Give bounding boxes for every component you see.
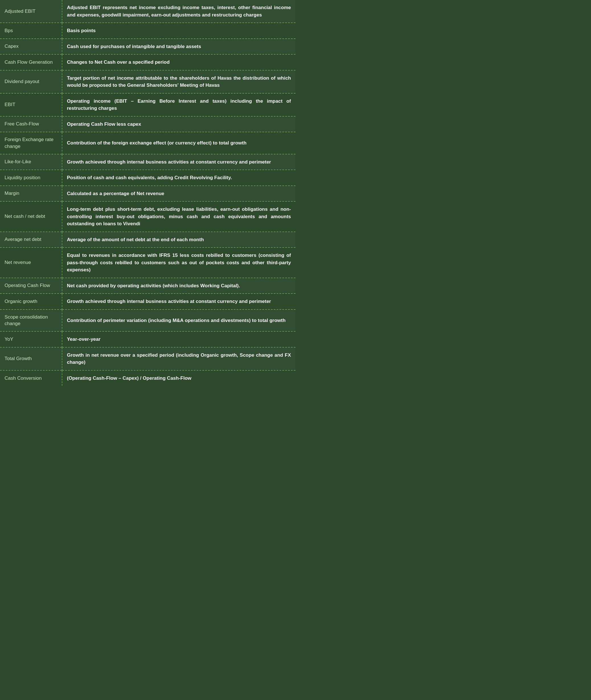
term-cell: Net revenue [0, 247, 62, 278]
definition-cell: Target portion of net income attributabl… [62, 70, 296, 93]
definition-cell: Cash used for purchases of intangible an… [62, 39, 296, 55]
term-cell: Like-for-Like [0, 154, 62, 170]
table-row: Total GrowthGrowth in net revenue over a… [0, 347, 296, 370]
term-cell: EBIT [0, 93, 62, 116]
definition-cell: Year-over-year [62, 331, 296, 347]
definition-cell: Changes to Net Cash over a specified per… [62, 54, 296, 70]
term-cell: Bps [0, 23, 62, 39]
table-row: CapexCash used for purchases of intangib… [0, 39, 296, 55]
definition-cell: Net cash provided by operating activitie… [62, 278, 296, 294]
table-row: EBITOperating income (EBIT – Earning Bef… [0, 93, 296, 116]
table-row: Average net debtAverage of the amount of… [0, 232, 296, 248]
table-row: MarginCalculated as a percentage of Net … [0, 186, 296, 202]
table-row: Operating Cash FlowNet cash provided by … [0, 278, 296, 294]
term-cell: Dividend payout [0, 70, 62, 93]
table-row: Foreign Exchange rate changeContribution… [0, 132, 296, 154]
definition-cell: Contribution of perimeter variation (inc… [62, 309, 296, 332]
term-cell: Foreign Exchange rate change [0, 132, 62, 154]
term-cell: YoY [0, 331, 62, 347]
term-cell: Scope consolidation change [0, 309, 62, 332]
definition-cell: Growth in net revenue over a specified p… [62, 347, 296, 370]
term-cell: Net cash / net debt [0, 202, 62, 232]
definition-cell: Growth achieved through internal busines… [62, 294, 296, 309]
table-row: Dividend payoutTarget portion of net inc… [0, 70, 296, 93]
term-cell: Margin [0, 186, 62, 202]
term-cell: Total Growth [0, 347, 62, 370]
definition-cell: Average of the amount of net debt at the… [62, 232, 296, 248]
definition-cell: Calculated as a percentage of Net revenu… [62, 186, 296, 202]
definition-cell: Basis points [62, 23, 296, 39]
term-cell: Operating Cash Flow [0, 278, 62, 294]
table-row: Scope consolidation changeContribution o… [0, 309, 296, 332]
table-row: BpsBasis points [0, 23, 296, 39]
term-cell: Capex [0, 39, 62, 55]
table-row: Adjusted EBITAdjusted EBIT represents ne… [0, 0, 296, 23]
table-row: Cash Conversion(Operating Cash-Flow – Ca… [0, 370, 296, 386]
table-row: Net cash / net debtLong-term debt plus s… [0, 202, 296, 232]
table-row: Cash Flow GenerationChanges to Net Cash … [0, 54, 296, 70]
definition-cell: Long-term debt plus short-term debt, exc… [62, 202, 296, 232]
glossary-table: Adjusted EBITAdjusted EBIT represents ne… [0, 0, 296, 386]
definition-cell: Operating income (EBIT – Earning Before … [62, 93, 296, 116]
definition-cell: Contribution of the foreign exchange eff… [62, 132, 296, 154]
definition-cell: Equal to revenues in accordance with IFR… [62, 247, 296, 278]
term-cell: Cash Conversion [0, 370, 62, 386]
table-row: Organic growthGrowth achieved through in… [0, 294, 296, 309]
definition-cell: (Operating Cash-Flow – Capex) / Operatin… [62, 370, 296, 386]
table-row: Free Cash-FlowOperating Cash Flow less c… [0, 116, 296, 132]
term-cell: Free Cash-Flow [0, 116, 62, 132]
definition-cell: Operating Cash Flow less capex [62, 116, 296, 132]
table-row: Net revenueEqual to revenues in accordan… [0, 247, 296, 278]
term-cell: Average net debt [0, 232, 62, 248]
table-row: Like-for-LikeGrowth achieved through int… [0, 154, 296, 170]
definition-cell: Position of cash and cash equivalents, a… [62, 170, 296, 186]
term-cell: Organic growth [0, 294, 62, 309]
term-cell: Cash Flow Generation [0, 54, 62, 70]
definition-cell: Adjusted EBIT represents net income excl… [62, 0, 296, 23]
term-cell: Adjusted EBIT [0, 0, 62, 23]
term-cell: Liquidity position [0, 170, 62, 186]
table-row: YoYYear-over-year [0, 331, 296, 347]
definition-cell: Growth achieved through internal busines… [62, 154, 296, 170]
table-row: Liquidity positionPosition of cash and c… [0, 170, 296, 186]
